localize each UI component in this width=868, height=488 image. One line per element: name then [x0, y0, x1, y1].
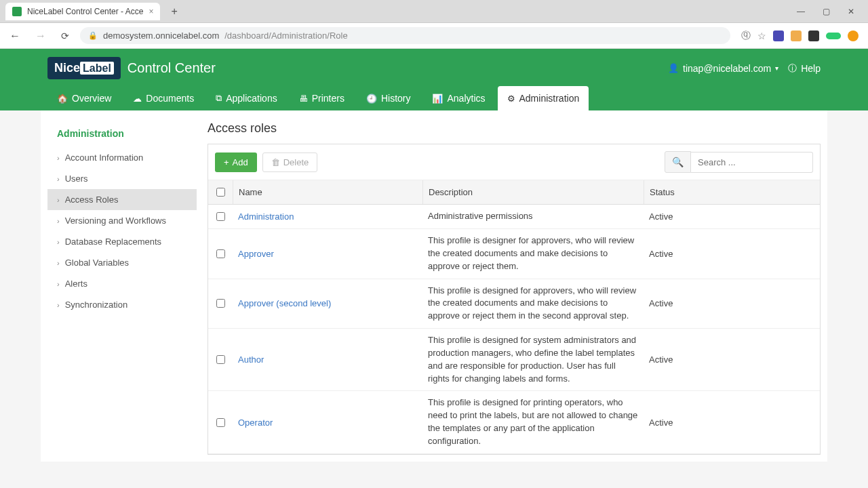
select-all-checkbox[interactable] — [216, 188, 225, 197]
trash-icon: 🗑 — [271, 157, 280, 167]
roles-grid: Name Description Status AdministrationAd… — [208, 180, 820, 454]
bookmark-star-icon[interactable]: ☆ — [757, 30, 766, 41]
nav-tab-documents[interactable]: ☁Documents — [123, 86, 203, 110]
nav-label: Documents — [146, 93, 194, 104]
sidebar-item-alerts[interactable]: ›Alerts — [47, 273, 197, 294]
row-name-cell: Approver — [233, 242, 422, 266]
chevron-down-icon: ▾ — [775, 64, 778, 72]
row-checkbox[interactable] — [216, 299, 225, 308]
nav-tab-printers[interactable]: 🖶Printers — [290, 86, 354, 110]
nav-label: Overview — [72, 93, 111, 104]
row-status-cell: Active — [644, 291, 820, 315]
sidebar-item-account-information[interactable]: ›Account Information — [47, 147, 197, 168]
row-checkbox[interactable] — [216, 355, 225, 364]
sidebar-item-global-variables[interactable]: ›Global Variables — [47, 252, 197, 273]
row-description-cell: This profile is designed for approvers, … — [422, 279, 644, 329]
extension-icon[interactable] — [773, 30, 784, 41]
col-header-description[interactable]: Description — [422, 180, 644, 204]
url-path: /dashboard/Administration/Role — [224, 30, 347, 41]
row-name-cell: Approver (second level) — [233, 291, 422, 315]
nav-label: Printers — [312, 93, 344, 104]
window-close-icon[interactable]: ✕ — [844, 4, 859, 19]
nav-tab-overview[interactable]: 🏠Overview — [47, 86, 121, 110]
logo-text-right: Label — [80, 62, 114, 75]
nav-reload-icon[interactable]: ⟳ — [57, 28, 73, 44]
nav-icon: 🕘 — [366, 94, 377, 104]
row-check-cell — [208, 205, 233, 228]
col-header-name[interactable]: Name — [233, 180, 422, 204]
role-link[interactable]: Author — [238, 354, 264, 365]
sidebar-title: Administration — [47, 123, 197, 147]
nav-label: History — [381, 93, 411, 104]
chevron-right-icon: › — [57, 301, 60, 309]
delete-label: Delete — [283, 157, 309, 167]
extension-icon[interactable] — [826, 33, 841, 39]
sidebar-item-label: Account Information — [65, 152, 144, 163]
delete-button[interactable]: 🗑 Delete — [262, 152, 318, 172]
col-header-status[interactable]: Status — [644, 180, 820, 204]
role-link[interactable]: Approver (second level) — [238, 298, 331, 308]
nav-back-icon[interactable]: ← — [5, 27, 24, 45]
table-row: AuthorThis profile is designed for syste… — [208, 329, 820, 391]
add-button[interactable]: + Add — [215, 152, 257, 172]
extension-icon[interactable] — [791, 30, 802, 41]
role-link[interactable]: Operator — [238, 418, 273, 428]
url-field[interactable]: 🔒 demosystem.onnicelabel.com/dashboard/A… — [80, 27, 730, 44]
sidebar-item-label: Synchronization — [65, 300, 128, 310]
window-maximize-icon[interactable]: ▢ — [818, 4, 834, 19]
chevron-right-icon: › — [57, 259, 60, 267]
row-name-cell: Operator — [233, 411, 422, 434]
nav-label: Analytics — [447, 93, 485, 104]
row-checkbox[interactable] — [216, 249, 225, 258]
row-name-cell: Administration — [233, 205, 422, 228]
nav-forward-icon[interactable]: → — [31, 27, 50, 45]
window-minimize-icon[interactable]: — — [793, 4, 809, 19]
nav-tab-analytics[interactable]: 📊Analytics — [422, 86, 494, 110]
chevron-right-icon: › — [57, 238, 60, 246]
row-name-cell: Author — [233, 348, 422, 371]
sidebar-item-versioning-and-workflows[interactable]: ›Versioning and Workflows — [47, 210, 197, 231]
user-menu[interactable]: 👤 tinap@nicelabel.com ▾ — [668, 63, 778, 74]
nav-tab-administration[interactable]: ⚙Administration — [498, 86, 589, 110]
row-description-cell: This profile is designer for approvers, … — [422, 229, 644, 279]
toolbar: + Add 🗑 Delete 🔍 — [208, 144, 820, 180]
window-controls: — ▢ ✕ — [793, 4, 863, 19]
table-row: OperatorThis profile is designed for pri… — [208, 391, 820, 453]
sidebar-item-database-replacements[interactable]: ›Database Replacements — [47, 231, 197, 252]
plus-icon: + — [224, 157, 229, 167]
row-checkbox[interactable] — [216, 418, 225, 427]
favicon-icon — [12, 7, 22, 16]
grid-body[interactable]: AdministrationAdministrative permissions… — [208, 205, 820, 454]
extensions-menu-icon[interactable] — [808, 30, 819, 41]
select-all-cell — [208, 180, 233, 204]
logo[interactable]: NiceLabel — [47, 57, 121, 79]
search-button[interactable]: 🔍 — [665, 151, 691, 173]
row-description-cell: Administrative permissions — [422, 205, 644, 228]
nav-tab-history[interactable]: 🕘History — [357, 86, 420, 110]
tab-close-icon[interactable]: × — [149, 7, 153, 16]
panel: + Add 🗑 Delete 🔍 — [208, 144, 821, 455]
help-link[interactable]: ⓘ Help — [788, 62, 821, 75]
sidebar-item-label: Versioning and Workflows — [65, 216, 166, 226]
nav-icon: 🏠 — [57, 94, 68, 104]
profile-avatar-icon[interactable] — [848, 30, 859, 41]
sidebar-item-access-roles[interactable]: ›Access Roles — [47, 189, 197, 210]
new-tab-button[interactable]: + — [165, 3, 182, 20]
browser-tab[interactable]: NiceLabel Control Center - Acce × — [5, 3, 160, 20]
main: Administration ›Account Information›User… — [41, 110, 827, 462]
row-checkbox[interactable] — [216, 212, 225, 221]
addr-icons: ⓠ ☆ — [737, 30, 863, 42]
nav-tab-applications[interactable]: ⧉Applications — [206, 86, 287, 110]
role-link[interactable]: Administration — [238, 211, 294, 222]
logo-text-left: Nice — [54, 61, 80, 75]
browser-tab-bar: NiceLabel Control Center - Acce × + — ▢ … — [0, 0, 868, 23]
sidebar-item-users[interactable]: ›Users — [47, 168, 197, 189]
row-check-cell — [208, 348, 233, 371]
sidebar-item-synchronization[interactable]: ›Synchronization — [47, 294, 197, 315]
omnibox-search-icon[interactable]: ⓠ — [741, 30, 751, 42]
nav-tabs: 🏠Overview☁Documents⧉Applications🖶Printer… — [41, 79, 827, 110]
search-input[interactable] — [691, 152, 813, 173]
lock-icon: 🔒 — [88, 31, 98, 40]
role-link[interactable]: Approver — [238, 249, 274, 259]
nav-icon: 🖶 — [299, 94, 308, 104]
